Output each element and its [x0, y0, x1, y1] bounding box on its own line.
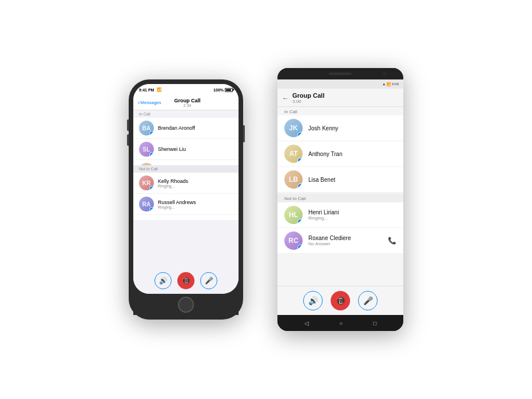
ios-back-chevron-icon: ‹: [138, 99, 140, 106]
android-call-controls: 🔊 📵 🎤: [277, 286, 403, 315]
avatar: SL m: [139, 142, 154, 157]
table-row: LB m Lisa Benet: [277, 167, 403, 193]
avatar: LB m: [284, 170, 303, 189]
ios-back-button[interactable]: ‹ Messages: [138, 99, 161, 106]
table-row: BA m Brendan Aronoff: [133, 118, 239, 139]
android-not-in-call-header: Not In Call: [277, 194, 403, 202]
ios-phone: 9:41 PM 📶 100% ‹ Messages Group Call 2:3…: [129, 79, 243, 320]
table-row: HL m Henri Liriani Ringing...: [277, 202, 403, 228]
contact-status: Ringing...: [158, 205, 196, 209]
android-back-button[interactable]: ←: [282, 94, 289, 102]
android-time: 6:00: [392, 82, 399, 86]
avatar: HL m: [284, 206, 303, 224]
ios-battery: 100%: [213, 88, 224, 92]
table-row: RC m Roxane Clediere No Answer 📞: [277, 228, 403, 254]
ios-call-controls: 🔊 📵 🎤: [133, 268, 239, 294]
android-speaker: [329, 73, 352, 75]
android-camera: [383, 72, 386, 75]
android-nav-subtitle: 3:06: [292, 99, 399, 104]
android-wifi-icon: 📶: [387, 82, 391, 86]
android-screen: ▲ 📶 6:00 ← Group Call 3:06 In Call JK m …: [277, 79, 403, 315]
table-row: MP m Marissa Phillips: [133, 160, 239, 165]
contact-name: Anthony Tran: [308, 151, 342, 157]
contact-status: Ringing...: [308, 216, 339, 221]
android-bottom-nav: ◁ ○ □: [277, 315, 403, 331]
android-in-call-header: In Call: [277, 107, 403, 115]
contact-name: Brendan Aronoff: [158, 125, 195, 131]
android-status-bar: ▲ 📶 6:00: [277, 79, 403, 89]
ios-status-bar: 9:41 PM 📶 100%: [133, 84, 239, 95]
end-call-button[interactable]: 📵: [331, 291, 350, 310]
ios-not-in-call-list: KR m Kelly Rhoads Ringing... RA m Russel…: [133, 173, 239, 220]
ios-back-label: Messages: [140, 100, 161, 105]
avatar: BA m: [139, 121, 154, 135]
android-status-icons: ▲ 📶 6:00: [382, 82, 399, 86]
android-in-call-list: JK m Josh Kenny AT m Anthony Tran LB m L…: [277, 115, 403, 193]
android-recents-nav-button[interactable]: □: [373, 320, 376, 326]
ios-nav-title: Group Call: [174, 98, 200, 103]
ios-home-button[interactable]: [178, 297, 194, 313]
contact-status: Ringing...: [158, 184, 188, 188]
contact-status: No Answer: [308, 241, 382, 246]
android-nav-title: Group Call: [292, 92, 399, 99]
contact-name: Kelly Rhoads: [158, 178, 188, 184]
speaker-button[interactable]: 🔊: [303, 291, 323, 310]
android-back-nav-button[interactable]: ◁: [304, 320, 309, 326]
table-row: JK m Josh Kenny: [277, 115, 403, 141]
contact-name: Russell Andrews: [158, 200, 196, 205]
android-signal-icon: ▲: [382, 82, 386, 86]
table-row: AT m Anthony Tran: [277, 141, 403, 167]
ios-screen: 9:41 PM 📶 100% ‹ Messages Group Call 2:3…: [133, 84, 239, 294]
avatar: AT m: [284, 145, 303, 163]
speaker-button[interactable]: 🔊: [154, 272, 172, 289]
ios-nav-subtitle: 2:34: [174, 103, 200, 107]
avatar: RA m: [139, 197, 154, 212]
mute-button[interactable]: 🎤: [200, 272, 217, 289]
ios-time: 9:41 PM: [139, 88, 154, 92]
ios-not-in-call-header: Not In Call: [133, 165, 239, 173]
mute-button[interactable]: 🎤: [358, 291, 378, 310]
android-not-in-call-list: HL m Henri Liriani Ringing... RC m Roxan…: [277, 202, 403, 254]
ios-battery-icon: [225, 88, 233, 92]
table-row: KR m Kelly Rhoads Ringing...: [133, 173, 239, 194]
android-nav-info: Group Call 3:06: [292, 92, 399, 104]
android-top-bar: [277, 68, 403, 79]
avatar: MP m: [139, 163, 154, 165]
ios-wifi-icon: 📶: [157, 87, 162, 92]
android-home-nav-button[interactable]: ○: [339, 320, 343, 326]
ios-nav-bar: ‹ Messages Group Call 2:34: [133, 95, 239, 110]
contact-name: Josh Kenny: [308, 125, 338, 131]
end-call-button[interactable]: 📵: [177, 272, 194, 289]
android-nav-bar: ← Group Call 3:06: [277, 89, 403, 107]
contact-name: Shenwei Liu: [158, 146, 186, 152]
table-row: SL m Shenwei Liu: [133, 139, 239, 160]
ios-in-call-list: BA m Brendan Aronoff SL m Shenwei Liu MP…: [133, 118, 239, 165]
table-row: RA m Russell Andrews Ringing...: [133, 194, 239, 215]
avatar: RC m: [284, 232, 303, 250]
contact-name: Lisa Benet: [308, 177, 335, 183]
contact-name: Roxane Clediere: [308, 235, 382, 241]
android-phone: ▲ 📶 6:00 ← Group Call 3:06 In Call JK m …: [277, 68, 403, 331]
avatar: KR m: [139, 175, 154, 190]
ios-in-call-header: In Call: [133, 110, 239, 118]
avatar: JK m: [284, 119, 303, 137]
contact-name: Henri Liriani: [308, 209, 339, 216]
call-icon[interactable]: 📞: [388, 237, 396, 245]
